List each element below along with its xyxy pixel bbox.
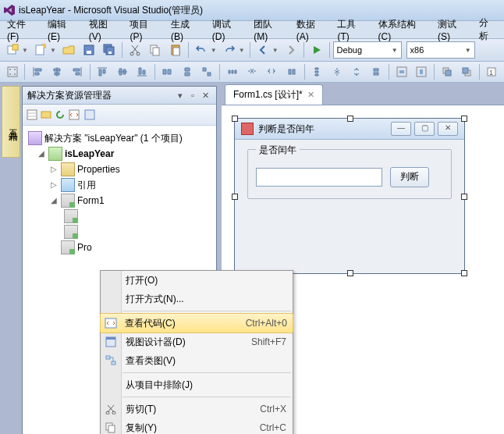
- paste-button[interactable]: [166, 41, 185, 59]
- doc-tab-label: Form1.cs [设计]*: [233, 88, 303, 101]
- vspace-remove-button[interactable]: [367, 62, 385, 81]
- solution-node[interactable]: 解决方案 "isLeapYear" (1 个项目): [26, 130, 213, 146]
- form-child-1[interactable]: [26, 208, 213, 224]
- close-tab-button[interactable]: ✕: [307, 90, 314, 100]
- maximize-button[interactable]: ▢: [414, 122, 435, 136]
- ctx-copy[interactable]: 复制(Y)Ctrl+C: [101, 418, 293, 434]
- form-child-2[interactable]: [26, 224, 213, 240]
- align-bottom-button[interactable]: [133, 62, 151, 81]
- align-grid-button[interactable]: [3, 62, 21, 81]
- ctx-open[interactable]: 打开(O): [101, 271, 293, 290]
- menu-analyze[interactable]: 分析: [474, 15, 502, 44]
- program-label: Pro: [77, 240, 92, 255]
- svg-rect-2: [36, 45, 44, 55]
- open-button[interactable]: [59, 41, 78, 59]
- properties-button[interactable]: [26, 108, 38, 121]
- designer-icon: [104, 335, 118, 349]
- send-back-button[interactable]: [457, 62, 475, 81]
- project-label: isLeapYear: [65, 146, 114, 162]
- bring-front-button[interactable]: [438, 62, 456, 81]
- config-combo[interactable]: Debug▼: [333, 41, 402, 59]
- align-center-button[interactable]: [48, 62, 66, 81]
- toolbox-tab[interactable]: 工具箱: [2, 86, 20, 158]
- platform-combo[interactable]: x86▼: [406, 41, 475, 59]
- nav-back-button[interactable]: [254, 41, 272, 59]
- show-all-button[interactable]: [40, 108, 52, 121]
- textbox[interactable]: [256, 168, 382, 187]
- hspace-dec-button[interactable]: [263, 62, 281, 81]
- menu-edit[interactable]: 编辑(E): [42, 16, 83, 44]
- designed-form[interactable]: 判断是否闰年 — ▢ ✕ 是否闰年 判断: [234, 118, 465, 274]
- ctx-view-code[interactable]: 查看代码(C)Ctrl+Alt+0: [100, 313, 293, 333]
- hspace-equal-button[interactable]: [223, 62, 241, 81]
- vspace-dec-button[interactable]: [347, 62, 365, 81]
- start-button[interactable]: [307, 41, 326, 59]
- svg-rect-43: [112, 361, 115, 365]
- align-middle-button[interactable]: [113, 62, 131, 81]
- view-code-button[interactable]: [68, 108, 80, 121]
- copy-button[interactable]: [146, 41, 165, 59]
- project-node[interactable]: ◢isLeapYear: [26, 146, 213, 162]
- doc-tab-form1[interactable]: Form1.cs [设计]* ✕: [225, 84, 323, 105]
- cs-file-icon: [64, 209, 78, 223]
- panel-menu-button[interactable]: ▾: [174, 89, 186, 101]
- new-project-button[interactable]: [3, 41, 22, 59]
- svg-rect-4: [87, 51, 91, 54]
- redo-button[interactable]: [220, 41, 239, 59]
- svg-rect-47: [108, 425, 115, 432]
- refresh-button[interactable]: [54, 108, 66, 121]
- cut-button[interactable]: [126, 41, 144, 59]
- view-designer-button[interactable]: [83, 108, 96, 121]
- nav-fwd-button[interactable]: [282, 41, 300, 59]
- properties-label: Properties: [77, 162, 120, 177]
- add-item-button[interactable]: [31, 41, 50, 59]
- hspace-remove-button[interactable]: [282, 62, 300, 81]
- ctx-exclude[interactable]: 从项目中排除(J): [101, 375, 293, 394]
- vspace-inc-button[interactable]: [328, 62, 346, 81]
- groupbox[interactable]: 是否闰年 判断: [247, 149, 452, 199]
- program-node[interactable]: Pro: [26, 240, 213, 255]
- form-node[interactable]: ◢Form1: [26, 193, 213, 208]
- references-node[interactable]: ▷引用: [26, 177, 213, 193]
- properties-node[interactable]: ▷Properties: [26, 162, 213, 177]
- same-width-button[interactable]: [158, 62, 176, 81]
- menu-build[interactable]: 生成(B): [165, 16, 207, 44]
- tab-order-button[interactable]: 1: [483, 62, 501, 81]
- minimize-button[interactable]: —: [391, 122, 411, 136]
- menu-team[interactable]: 团队(M): [248, 16, 291, 44]
- save-button[interactable]: [80, 41, 98, 59]
- ctx-view-designer[interactable]: 视图设计器(D)Shift+F7: [101, 333, 293, 351]
- center-h-button[interactable]: [392, 62, 410, 81]
- menu-project[interactable]: 项目(P): [124, 16, 165, 44]
- vspace-equal-button[interactable]: [308, 62, 326, 81]
- menu-tools[interactable]: 工具(T): [332, 16, 372, 44]
- ctx-class-diagram[interactable]: 查看类图(V): [101, 351, 293, 370]
- judge-button[interactable]: 判断: [390, 167, 429, 187]
- menu-bar: 文件(F) 编辑(E) 视图(V) 项目(P) 生成(B) 调试(D) 团队(M…: [0, 21, 504, 39]
- menu-arch[interactable]: 体系结构(C): [373, 16, 433, 44]
- align-right-button[interactable]: [68, 62, 86, 81]
- undo-button[interactable]: [192, 41, 211, 59]
- align-top-button[interactable]: [94, 62, 112, 81]
- window-title: isLeapYear - Microsoft Visual Studio(管理员…: [19, 4, 203, 17]
- svg-rect-28: [420, 69, 423, 74]
- ctx-cut[interactable]: 剪切(T)Ctrl+X: [101, 400, 293, 418]
- svg-rect-1: [12, 44, 18, 50]
- menu-file[interactable]: 文件(F): [2, 16, 42, 44]
- menu-test[interactable]: 测试(S): [432, 16, 474, 44]
- center-v-button[interactable]: [413, 62, 431, 81]
- hspace-inc-button[interactable]: [243, 62, 261, 81]
- same-height-button[interactable]: [178, 62, 196, 81]
- panel-close-button[interactable]: ✕: [199, 89, 211, 101]
- svg-rect-21: [289, 69, 291, 74]
- menu-view[interactable]: 视图(V): [83, 16, 125, 44]
- ctx-open-with[interactable]: 打开方式(N)...: [101, 290, 293, 308]
- save-all-button[interactable]: [100, 41, 119, 59]
- panel-pin-button[interactable]: ▫: [186, 89, 199, 101]
- align-left-button[interactable]: [28, 62, 46, 81]
- config-value: Debug: [337, 45, 362, 55]
- same-size-button[interactable]: [198, 62, 216, 81]
- menu-data[interactable]: 数据(A): [291, 16, 332, 44]
- menu-debug[interactable]: 调试(D): [207, 16, 248, 44]
- close-button[interactable]: ✕: [438, 122, 458, 136]
